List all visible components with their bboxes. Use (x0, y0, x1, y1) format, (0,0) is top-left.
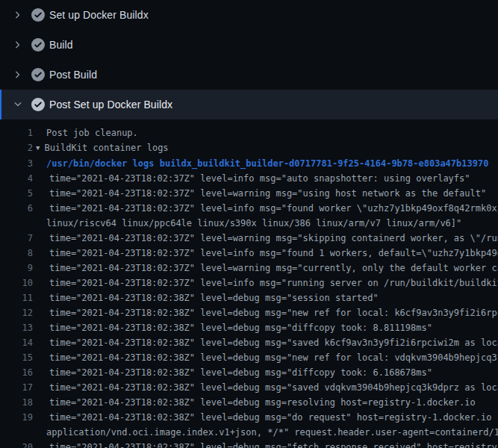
log-line-number[interactable]: 14 (0, 335, 33, 350)
log-line-content: time="2021-04-23T18:02:37Z" level=info m… (49, 278, 498, 288)
log-line-number[interactable]: 4 (0, 171, 33, 186)
log-line-text: time="2021-04-23T18:02:38Z" level=debug … (49, 365, 432, 380)
log-line: 12 time="2021-04-23T18:02:38Z" level=deb… (0, 305, 498, 320)
log-line-content: time="2021-04-23T18:02:37Z" level=warnin… (49, 263, 498, 273)
step-header-0[interactable]: Set up Docker Buildx (0, 0, 498, 30)
log-line-number[interactable] (0, 216, 33, 231)
group-expander-triangle-icon[interactable]: ▼ (36, 140, 40, 155)
log-line-number[interactable]: 3 (0, 156, 33, 171)
log-line: 6 time="2021-04-23T18:02:37Z" level=info… (0, 201, 498, 216)
log-line-content: Post job cleanup. (46, 128, 138, 138)
log-line-content: BuildKit container logs (44, 143, 168, 153)
check-circle-icon (31, 98, 45, 111)
log-line-content: time="2021-04-23T18:02:37Z" level=info m… (49, 173, 470, 184)
check-circle-icon (31, 68, 45, 81)
log-line-text: time="2021-04-23T18:02:38Z" level=debug … (49, 410, 498, 425)
log-line-text: Post job cleanup. (46, 125, 138, 140)
log-line-text: time="2021-04-23T18:02:37Z" level=warnin… (49, 231, 498, 246)
log-line-content: time="2021-04-23T18:02:37Z" level=info m… (49, 203, 498, 214)
log-line: 7 time="2021-04-23T18:02:37Z" level=warn… (0, 231, 498, 246)
log-line-text: time="2021-04-23T18:02:38Z" level=debug … (49, 320, 432, 335)
log-line-content: time="2021-04-23T18:02:37Z" level=warnin… (49, 188, 486, 199)
log-line-text: time="2021-04-23T18:02:38Z" level=debug … (49, 335, 498, 350)
workflow-log-viewer: Set up Docker Buildx Build Post Build (0, 0, 498, 448)
log-line-content: time="2021-04-23T18:02:38Z" level=debug … (49, 442, 498, 448)
log-line: 13 time="2021-04-23T18:02:38Z" level=deb… (0, 320, 498, 335)
log-line-number[interactable]: 9 (0, 261, 33, 276)
log-line: 17 time="2021-04-23T18:02:38Z" level=deb… (0, 380, 498, 395)
step-title: Post Set up Docker Buildx (49, 99, 172, 111)
log-line-content: time="2021-04-23T18:02:38Z" level=debug … (49, 323, 432, 333)
log-line-content: time="2021-04-23T18:02:38Z" level=debug … (49, 382, 498, 393)
step-title: Post Build (49, 69, 97, 81)
log-line-content: linux/riscv64 linux/ppc64le linux/s390x … (46, 218, 461, 228)
log-line-text: application/vnd.oci.image.index.v1+json,… (46, 425, 498, 440)
log-line: 8 time="2021-04-23T18:02:37Z" level=info… (0, 246, 498, 261)
log-line-number[interactable]: 2 (0, 140, 33, 156)
log-line-number[interactable]: 13 (0, 320, 33, 335)
log-line-text: time="2021-04-23T18:02:38Z" level=debug … (49, 305, 498, 320)
log-line-content: time="2021-04-23T18:02:38Z" level=debug … (49, 337, 498, 348)
log-line-text: time="2021-04-23T18:02:38Z" level=debug … (49, 290, 379, 305)
log-line-content: time="2021-04-23T18:02:38Z" level=debug … (49, 293, 379, 303)
log-line: 2 ▼BuildKit container logs (0, 140, 498, 156)
chevron-icon (12, 9, 24, 21)
log-line: 18 time="2021-04-23T18:02:38Z" level=deb… (0, 395, 498, 410)
log-line-number[interactable]: 12 (0, 305, 33, 320)
log-line: application/vnd.oci.image.index.v1+json,… (0, 425, 498, 440)
log-line-text: time="2021-04-23T18:02:37Z" level=warnin… (49, 261, 498, 276)
log-line: 9 time="2021-04-23T18:02:37Z" level=warn… (0, 261, 498, 276)
log-line-number[interactable]: 16 (0, 365, 33, 380)
log-line: 19 time="2021-04-23T18:02:38Z" level=deb… (0, 410, 498, 425)
chevron-icon (12, 39, 24, 51)
log-line: 3 /usr/bin/docker logs buildx_buildkit_b… (0, 156, 498, 171)
log-line-text: time="2021-04-23T18:02:37Z" level=info m… (49, 246, 498, 261)
log-line-number[interactable]: 7 (0, 231, 33, 246)
log-line: 11 time="2021-04-23T18:02:38Z" level=deb… (0, 290, 498, 305)
log-line-number[interactable]: 19 (0, 410, 33, 425)
log-line-number[interactable]: 11 (0, 290, 33, 305)
log-area: 1 Post job cleanup. 2 ▼BuildKit containe… (0, 119, 498, 448)
log-line-content: time="2021-04-23T18:02:37Z" level=info m… (49, 248, 498, 258)
log-line-number[interactable]: 20 (0, 440, 33, 448)
steps-list: Set up Docker Buildx Build Post Build (0, 0, 498, 119)
log-line-number[interactable]: 15 (0, 350, 33, 365)
log-line-text: time="2021-04-23T18:02:38Z" level=debug … (49, 380, 498, 395)
log-line: linux/riscv64 linux/ppc64le linux/s390x … (0, 216, 498, 231)
log-line-number[interactable]: 1 (0, 125, 33, 140)
log-line: 16 time="2021-04-23T18:02:38Z" level=deb… (0, 365, 498, 380)
log-line: 10 time="2021-04-23T18:02:37Z" level=inf… (0, 276, 498, 290)
step-title: Build (49, 39, 73, 51)
log-line-text: time="2021-04-23T18:02:38Z" level=debug … (49, 350, 498, 365)
log-line-content: time="2021-04-23T18:02:38Z" level=debug … (49, 397, 476, 408)
chevron-icon (12, 69, 24, 81)
step-header-3[interactable]: Post Set up Docker Buildx (0, 90, 498, 119)
step-title: Set up Docker Buildx (49, 9, 149, 21)
log-line-text: /usr/bin/docker logs buildx_buildkit_bui… (46, 156, 488, 171)
log-line-number[interactable] (0, 425, 33, 440)
log-line-text: time="2021-04-23T18:02:37Z" level=info m… (49, 276, 498, 290)
log-line-number[interactable]: 18 (0, 395, 33, 410)
log-line-number[interactable]: 10 (0, 276, 33, 290)
step-header-2[interactable]: Post Build (0, 60, 498, 90)
log-line-text: time="2021-04-23T18:02:38Z" level=debug … (49, 395, 476, 410)
log-line-content: /usr/bin/docker logs buildx_buildkit_bui… (46, 158, 488, 169)
log-line-number[interactable]: 17 (0, 380, 33, 395)
log-line: 1 Post job cleanup. (0, 125, 498, 140)
log-line-content: application/vnd.oci.image.index.v1+json,… (46, 427, 498, 438)
log-line-text: time="2021-04-23T18:02:37Z" level=info m… (49, 171, 470, 186)
log-line: 4 time="2021-04-23T18:02:37Z" level=info… (0, 171, 498, 186)
check-circle-icon (31, 8, 45, 22)
step-header-1[interactable]: Build (0, 30, 498, 60)
log-line-number[interactable]: 5 (0, 186, 33, 201)
log-line-number[interactable]: 8 (0, 246, 33, 261)
log-line-content: time="2021-04-23T18:02:37Z" level=warnin… (49, 233, 498, 243)
log-line-text: linux/riscv64 linux/ppc64le linux/s390x … (46, 216, 461, 231)
log-line-number[interactable]: 6 (0, 201, 33, 216)
log-line: 14 time="2021-04-23T18:02:38Z" level=deb… (0, 335, 498, 350)
log-line: 15 time="2021-04-23T18:02:38Z" level=deb… (0, 350, 498, 365)
log-line: 20 time="2021-04-23T18:02:38Z" level=deb… (0, 440, 498, 448)
log-line-content: time="2021-04-23T18:02:38Z" level=debug … (49, 352, 498, 363)
log-line-text: time="2021-04-23T18:02:37Z" level=warnin… (49, 186, 486, 201)
log-line-content: time="2021-04-23T18:02:38Z" level=debug … (49, 308, 498, 318)
